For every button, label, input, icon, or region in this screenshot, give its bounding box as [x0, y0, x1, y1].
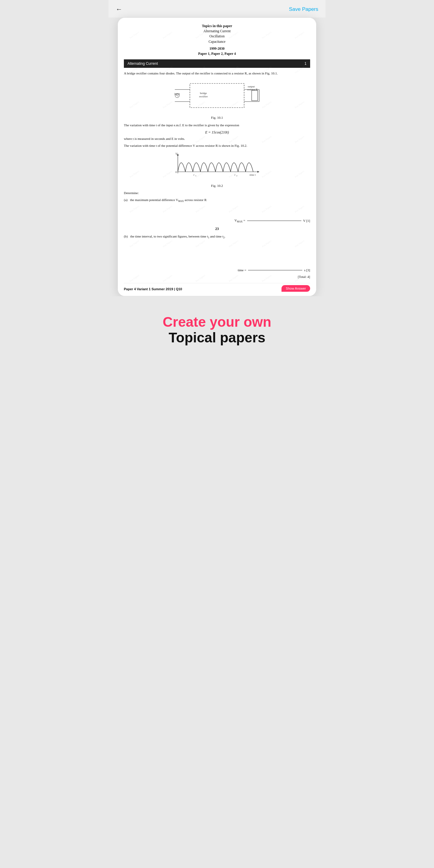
circuit-svg: input bridge rectifier output — [172, 79, 262, 112]
show-answer-button[interactable]: Show Answer — [281, 285, 310, 292]
paper-list: Paper 1, Paper 2, Paper 4 — [124, 51, 310, 56]
formula-display: E = 15cos(210t) — [124, 130, 310, 135]
q-b-text: the time interval, to two significant fi… — [130, 235, 225, 238]
answer-a-dots — [247, 221, 301, 221]
svg-rect-0 — [190, 84, 244, 107]
topic-ac: Alternating Current — [124, 29, 310, 34]
svg-text:t: t — [235, 173, 236, 176]
svg-rect-10 — [252, 90, 258, 101]
svg-text:2: 2 — [236, 175, 238, 177]
svg-text:bridge: bridge — [200, 92, 207, 95]
question-a: (a) the maximum potential difference VMA… — [124, 197, 310, 204]
section-header: Alternating Current 1 — [124, 59, 310, 68]
graph-svg: V 0 t 1 t 2 time t — [169, 151, 265, 181]
q-a-label: (a) — [124, 198, 129, 202]
promo-line2: Topical papers — [118, 330, 316, 346]
svg-text:resistor R: resistor R — [247, 88, 258, 91]
paper-footer: Paper 4 Variant 1 Summer 2019 | Q10 Show… — [124, 283, 310, 292]
where-text: where t is measured in seconds and E in … — [124, 136, 310, 141]
topics-title: Topics in this paper — [124, 23, 310, 29]
svg-text:0: 0 — [176, 170, 177, 174]
svg-text:1: 1 — [195, 175, 196, 177]
top-bar: ← Save Papers — [108, 0, 326, 18]
svg-marker-22 — [257, 171, 259, 173]
promo-section: Create your own Topical papers — [108, 296, 326, 361]
answer-a-label: VMAX = — [235, 218, 245, 224]
q-b-label: (b) — [124, 235, 129, 238]
answer-space-a — [124, 205, 310, 216]
save-papers-button[interactable]: Save Papers — [289, 6, 318, 12]
year-range: 1999-2030 — [124, 46, 310, 51]
fig2-caption: Fig. 10.2 — [124, 183, 310, 188]
svg-text:output: output — [248, 85, 255, 88]
paper-card: Past Papers Past Papers Past Papers Past… — [118, 18, 316, 296]
paper-content-area: Past Papers Past Papers Past Papers Past… — [118, 18, 316, 296]
topics-section: Topics in this paper Alternating Current… — [124, 23, 310, 56]
answer-line-a: VMAX = V [1] — [124, 218, 310, 224]
fig1-caption: Fig. 10.1 — [124, 115, 310, 120]
section-name: Alternating Current — [127, 61, 158, 66]
q-a-text: the maximum potential difference VMAX ac… — [130, 198, 207, 202]
question-intro: A bridge rectifier contains four diodes.… — [124, 71, 310, 76]
svg-text:rectifier: rectifier — [199, 95, 208, 98]
answer-b-unit: s [3] — [304, 268, 310, 273]
topic-cap: Capacitance — [124, 39, 310, 44]
svg-text:time t: time t — [250, 173, 256, 176]
total-marks-label: [Total: 4] — [298, 274, 310, 279]
variation2-text: The variation with time t of the potenti… — [124, 143, 310, 148]
page-number: 23 — [124, 226, 310, 231]
graph-area: V 0 t 1 t 2 time t — [124, 151, 310, 181]
promo-line1: Create your own — [118, 314, 316, 330]
total-marks: [Total: 4] — [124, 274, 310, 279]
variation-text: The variation with time t of the input e… — [124, 123, 310, 128]
answer-b-dots — [248, 270, 302, 270]
back-button[interactable]: ← — [116, 5, 122, 13]
svg-text:t: t — [193, 173, 194, 176]
determine-label: Determine: — [124, 190, 310, 195]
answer-space-b — [124, 242, 310, 266]
section-number: 1 — [304, 61, 307, 66]
topic-osc: Oscillation — [124, 34, 310, 39]
answer-a-unit: V [1] — [303, 218, 310, 223]
answer-line-b: time = s [3] — [124, 268, 310, 273]
question-b: (b) the time interval, to two significan… — [124, 234, 310, 240]
answer-b-prefix: time = — [238, 268, 247, 273]
paper-reference: Paper 4 Variant 1 Summer 2019 | Q10 — [124, 287, 182, 292]
circuit-diagram: input bridge rectifier output — [124, 79, 310, 112]
